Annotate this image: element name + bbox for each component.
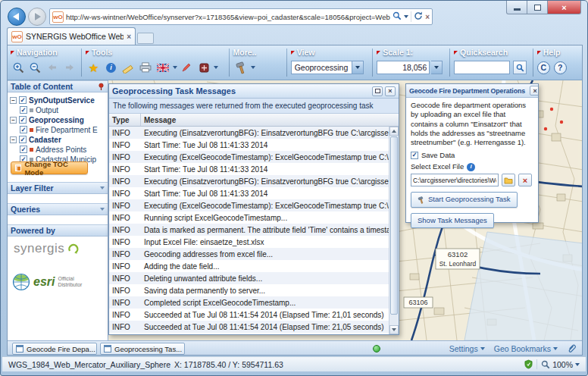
settings-menu[interactable]: Settings: [449, 344, 485, 353]
measure-icon[interactable]: [120, 60, 136, 76]
message-row[interactable]: INFOGeocoding addresses from excel file.…: [109, 248, 389, 260]
tools-dropdown-icon[interactable]: [214, 66, 218, 69]
save-data-checkbox[interactable]: [411, 152, 418, 159]
language-flag-icon[interactable]: [155, 60, 171, 76]
message-row[interactable]: INFOExecuting (EinsatzverortungBFG): Ein…: [109, 127, 389, 139]
taskbar-item-geocode[interactable]: Geocode Fire Depa...: [12, 343, 97, 355]
pin-icon[interactable]: [98, 83, 105, 91]
minimize-button[interactable]: [506, 1, 527, 14]
tree-node-synoutputservice[interactable]: − SynOutputService: [10, 96, 108, 105]
message-row[interactable]: INFOInput Excel File: einsaetze_test.xls…: [109, 236, 389, 248]
next-extent-icon[interactable]: [62, 60, 78, 76]
layer-checkbox[interactable]: [20, 106, 27, 114]
tree-node-output[interactable]: Output: [20, 105, 118, 114]
tree-node-address-points[interactable]: Address Points: [20, 145, 118, 154]
taskbar-item-geoprocessing[interactable]: Geoprocessing Tas...: [100, 343, 185, 355]
forward-button[interactable]: [28, 8, 46, 26]
favorites-star-icon[interactable]: ★: [86, 60, 102, 76]
help-button[interactable]: ?: [554, 61, 567, 74]
message-row[interactable]: INFODeleting unwanted attribute fields..…: [109, 272, 389, 284]
chevron-down-icon[interactable]: [100, 186, 105, 190]
url-dropdown-icon[interactable]: [404, 15, 408, 18]
zoom-in-icon[interactable]: [11, 60, 27, 76]
toc-header[interactable]: Table of Content: [8, 80, 108, 92]
queries-header[interactable]: Queries: [8, 203, 108, 215]
message-row[interactable]: INFOData is marked as permanent. The att…: [109, 224, 389, 236]
collapse-icon[interactable]: −: [10, 117, 17, 124]
collapse-icon[interactable]: −: [10, 97, 17, 104]
url-search-icon[interactable]: [393, 11, 402, 22]
layer-checkbox[interactable]: [19, 136, 27, 143]
scale-dropdown-button[interactable]: [431, 61, 443, 74]
message-row[interactable]: INFOSucceeded at Tue Jul 08 11:41:54 201…: [109, 321, 389, 333]
message-row[interactable]: INFORunning script ExcelGeocodeTimestamp…: [109, 212, 389, 224]
message-row[interactable]: INFOStart Time: Tue Jul 08 11:41:33 2014: [109, 163, 389, 175]
collapse-icon[interactable]: −: [10, 136, 17, 143]
tree-node-label[interactable]: Address Points: [36, 146, 86, 154]
geocode-window-titlebar[interactable]: Geocode Fire Department Operations ×: [406, 84, 538, 98]
refresh-icon[interactable]: [414, 11, 423, 22]
quicksearch-input[interactable]: [454, 61, 510, 74]
layer-checkbox[interactable]: [20, 126, 27, 133]
chevron-down-icon[interactable]: [100, 208, 105, 211]
scrollbar-thumb[interactable]: [390, 136, 398, 315]
previous-extent-icon[interactable]: [45, 60, 61, 76]
geo-bookmarks-menu[interactable]: Geo Bookmarks: [494, 344, 558, 353]
scroll-up-button[interactable]: [389, 127, 399, 136]
message-row[interactable]: INFOAdding the date field...: [109, 260, 389, 272]
layer-filter-header[interactable]: Layer Filter: [8, 182, 108, 194]
message-row[interactable]: INFOSaving data permanently to server...: [109, 284, 389, 296]
excel-file-input[interactable]: [411, 174, 499, 186]
hammer-tools-icon[interactable]: [233, 60, 249, 76]
layer-checkbox[interactable]: [20, 146, 27, 153]
tree-node-label[interactable]: Output: [36, 106, 58, 114]
message-row[interactable]: INFOExecuting (EinsatzverortungBFG): Ein…: [109, 175, 389, 187]
messages-window-titlebar[interactable]: Geoprocessing Task Messages ×: [109, 84, 399, 99]
close-geocode-button[interactable]: ×: [530, 86, 538, 96]
tree-node-label[interactable]: Geoprocessing: [29, 116, 84, 124]
new-tab-button[interactable]: [137, 33, 154, 44]
layer-checkbox[interactable]: [19, 96, 27, 104]
info-icon[interactable]: i: [467, 163, 475, 171]
address-bar[interactable]: wO http://w-ws-wintner/WebOffice/synserv…: [49, 8, 433, 25]
tree-node-geoprocessing[interactable]: − Geoprocessing: [10, 115, 108, 124]
clear-file-button[interactable]: ×: [518, 174, 532, 186]
identify-info-icon[interactable]: i: [103, 60, 119, 76]
maximize-window-button[interactable]: [372, 86, 383, 96]
close-window-button[interactable]: ×: [548, 1, 581, 14]
browse-file-button[interactable]: [502, 174, 515, 186]
stop-icon[interactable]: ×: [425, 13, 430, 21]
view-dropdown-button[interactable]: [352, 61, 363, 74]
layer-checkbox[interactable]: [19, 116, 27, 124]
start-geoprocessing-button[interactable]: Start Geoprocessing Task: [411, 192, 518, 207]
tree-node-label[interactable]: Fire Department E: [36, 126, 98, 134]
tree-node-cadaster[interactable]: − Cadaster: [10, 135, 108, 144]
messages-scrollbar[interactable]: [389, 127, 399, 334]
maximize-button[interactable]: [527, 1, 548, 14]
print-icon[interactable]: [138, 60, 154, 76]
view-select[interactable]: Geoprocessing: [291, 61, 364, 74]
scroll-down-button[interactable]: [389, 325, 399, 334]
dark-tool-icon[interactable]: [196, 60, 212, 76]
paperclip-icon[interactable]: [567, 343, 577, 354]
contact-button[interactable]: C: [537, 61, 550, 74]
change-toc-mode-button[interactable]: Change TOC Mode: [11, 161, 88, 174]
zoom-out-icon[interactable]: [28, 60, 44, 76]
back-button[interactable]: [8, 8, 26, 26]
message-row[interactable]: INFOCompleted script ExcelGeocodeTimesta…: [109, 296, 389, 309]
zoom-control[interactable]: 100%: [541, 360, 580, 369]
redlining-icon[interactable]: [179, 60, 195, 76]
scale-input[interactable]: [377, 61, 430, 74]
show-task-messages-button[interactable]: Show Task Messages: [411, 213, 494, 228]
column-message[interactable]: Message: [141, 116, 399, 124]
flag-dropdown-icon[interactable]: [173, 66, 177, 69]
tree-node-fire-department[interactable]: Fire Department E: [20, 125, 118, 134]
tree-node-label[interactable]: Cadaster: [29, 136, 61, 144]
message-row[interactable]: INFOExecuting (ExcelGeocodeTimestamp): E…: [109, 151, 389, 163]
more-dropdown-icon[interactable]: [251, 66, 255, 69]
close-messages-button[interactable]: ×: [385, 86, 396, 96]
message-row[interactable]: INFOStart Time: Tue Jul 08 11:41:33 2014: [109, 187, 389, 199]
tab-close-icon[interactable]: ×: [127, 33, 131, 41]
message-row[interactable]: INFOStart Time: Tue Jul 08 11:41:33 2014: [109, 139, 389, 151]
messages-column-header[interactable]: Type Message: [109, 114, 399, 127]
